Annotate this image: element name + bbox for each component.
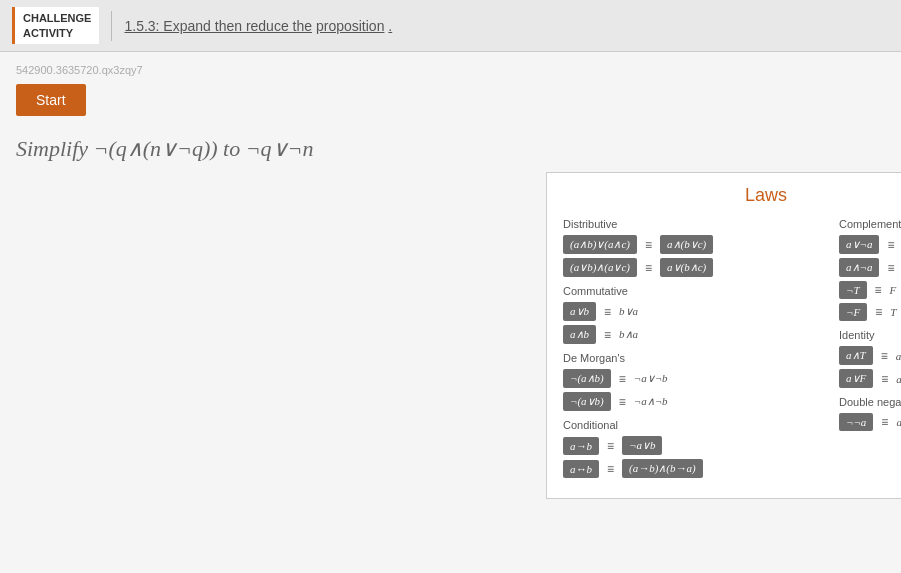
complement-row-2: a∧¬a ≡ F <box>839 258 901 277</box>
challenge-label: CHALLENGE ACTIVITY <box>12 7 99 44</box>
challenge-line2: ACTIVITY <box>23 27 73 39</box>
conditional-label: Conditional <box>563 419 829 431</box>
comp-row3-left-btn[interactable]: ¬T <box>839 281 867 299</box>
commutative-row-1: a∨b ≡ b∨a <box>563 302 829 321</box>
dist-row2-equiv: ≡ <box>641 261 656 275</box>
identity-label: Identity <box>839 329 901 341</box>
cond-row2-left-btn[interactable]: a↔b <box>563 460 599 478</box>
id-row2-equiv: ≡ <box>877 372 892 386</box>
distributive-row-2: (a∨b)∧(a∨c) ≡ a∨(b∧c) <box>563 258 829 277</box>
comm-row1-equiv: ≡ <box>600 305 615 319</box>
laws-right-col: Complement a∨¬a ≡ T a∧¬a ≡ F ¬T ≡ F ¬ <box>839 218 901 482</box>
cond-row1-left-btn[interactable]: a→b <box>563 437 599 455</box>
id-row1-left-btn[interactable]: a∧T <box>839 346 873 365</box>
dist-row1-left-btn[interactable]: (a∧b)∨(a∧c) <box>563 235 637 254</box>
complement-row-4: ¬F ≡ T <box>839 303 901 321</box>
dist-row2-left-btn[interactable]: (a∨b)∧(a∨c) <box>563 258 637 277</box>
id-row1-right: a <box>896 350 901 362</box>
demorgan-row-2: ¬(a∨b) ≡ ¬a∧¬b <box>563 392 829 411</box>
comp-row4-equiv: ≡ <box>871 305 886 319</box>
comm-row1-left-btn[interactable]: a∨b <box>563 302 596 321</box>
comp-row4-left-btn[interactable]: ¬F <box>839 303 867 321</box>
comm-row2-right: b∧a <box>619 328 638 341</box>
dn-row1-left-btn[interactable]: ¬¬a <box>839 413 873 431</box>
main-content: 542900.3635720.qx3zqy7 Start Simplify ¬(… <box>0 52 901 511</box>
header-divider <box>111 11 112 41</box>
dn-row1-right: a <box>896 416 901 428</box>
laws-panel: Laws Distributive (a∧b)∨(a∧c) ≡ a∧(b∨c) … <box>546 172 901 499</box>
dm-row1-left-btn[interactable]: ¬(a∧b) <box>563 369 611 388</box>
complement-label: Complement <box>839 218 901 230</box>
start-button[interactable]: Start <box>16 84 86 116</box>
demorgan-label: De Morgan's <box>563 352 829 364</box>
double-negation-row-1: ¬¬a ≡ a <box>839 413 901 431</box>
comp-row3-right: F <box>890 284 897 296</box>
dn-row1-equiv: ≡ <box>877 415 892 429</box>
commutative-row-2: a∧b ≡ b∧a <box>563 325 829 344</box>
distributive-row-1: (a∧b)∨(a∧c) ≡ a∧(b∨c) <box>563 235 829 254</box>
double-negation-label: Double negation <box>839 396 901 408</box>
conditional-row-1: a→b ≡ ¬a∨b <box>563 436 829 455</box>
cond-row2-equiv: ≡ <box>603 462 618 476</box>
distributive-label: Distributive <box>563 218 829 230</box>
comp-row1-equiv: ≡ <box>883 238 898 252</box>
demorgan-row-1: ¬(a∧b) ≡ ¬a∨¬b <box>563 369 829 388</box>
comm-row2-equiv: ≡ <box>600 328 615 342</box>
comm-row1-right: b∨a <box>619 305 638 318</box>
title-underline: proposition <box>316 18 385 34</box>
title-prefix: 1.5.3: Expand then reduce the <box>124 18 312 34</box>
session-id: 542900.3635720.qx3zqy7 <box>16 64 885 76</box>
dist-row1-equiv: ≡ <box>641 238 656 252</box>
laws-title: Laws <box>563 185 901 206</box>
comp-row3-equiv: ≡ <box>871 283 886 297</box>
dm-row2-right: ¬a∧¬b <box>634 395 668 408</box>
laws-left-col: Distributive (a∧b)∨(a∧c) ≡ a∧(b∨c) (a∨b)… <box>563 218 839 482</box>
complement-row-3: ¬T ≡ F <box>839 281 901 299</box>
comp-row2-left-btn[interactable]: a∧¬a <box>839 258 879 277</box>
dm-row2-equiv: ≡ <box>615 395 630 409</box>
id-row2-right: a <box>896 373 901 385</box>
challenge-line1: CHALLENGE <box>23 12 91 24</box>
commutative-label: Commutative <box>563 285 829 297</box>
dm-row1-equiv: ≡ <box>615 372 630 386</box>
dm-row2-left-btn[interactable]: ¬(a∨b) <box>563 392 611 411</box>
dm-row1-right: ¬a∨¬b <box>634 372 668 385</box>
dist-row1-right-btn[interactable]: a∧(b∨c) <box>660 235 713 254</box>
cond-row1-equiv: ≡ <box>603 439 618 453</box>
identity-row-2: a∨F ≡ a <box>839 369 901 388</box>
simplify-expression: Simplify ¬(q∧(n∨¬q)) to ¬q∨¬n <box>16 136 885 162</box>
title-suffix: . <box>388 18 392 34</box>
id-row1-equiv: ≡ <box>877 349 892 363</box>
conditional-row-2: a↔b ≡ (a→b)∧(b→a) <box>563 459 829 478</box>
laws-columns: Distributive (a∧b)∨(a∧c) ≡ a∧(b∨c) (a∨b)… <box>563 218 901 482</box>
comp-row2-equiv: ≡ <box>883 261 898 275</box>
dist-row2-right-btn[interactable]: a∨(b∧c) <box>660 258 713 277</box>
comp-row4-right: T <box>890 306 896 318</box>
header-title: 1.5.3: Expand then reduce the propositio… <box>124 18 392 34</box>
comm-row2-left-btn[interactable]: a∧b <box>563 325 596 344</box>
identity-row-1: a∧T ≡ a <box>839 346 901 365</box>
id-row2-left-btn[interactable]: a∨F <box>839 369 873 388</box>
cond-row1-right-btn[interactable]: ¬a∨b <box>622 436 662 455</box>
comp-row1-left-btn[interactable]: a∨¬a <box>839 235 879 254</box>
cond-row2-right-btn[interactable]: (a→b)∧(b→a) <box>622 459 703 478</box>
complement-row-1: a∨¬a ≡ T <box>839 235 901 254</box>
header: CHALLENGE ACTIVITY 1.5.3: Expand then re… <box>0 0 901 52</box>
